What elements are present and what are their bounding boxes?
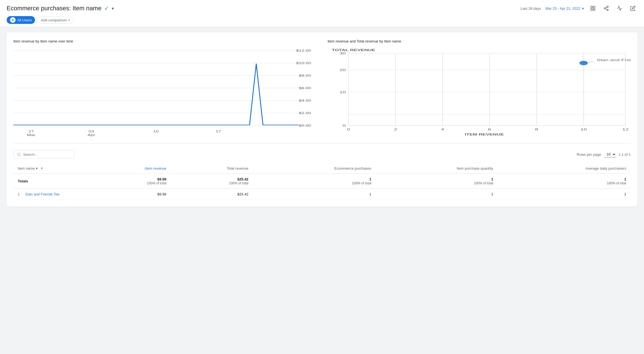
date-range-text: Mar 25 - Apr 21, 2022: [545, 6, 580, 11]
divider: [13, 143, 631, 144]
row-item-purchase-quantity: 1: [376, 189, 498, 200]
date-range-prefix: Last 28 days: [521, 6, 541, 11]
col-item-purchase-quantity[interactable]: Item purchase quantity: [376, 163, 498, 174]
header: Ecommerce purchases: Item name ✓ ▾ Last …: [0, 0, 644, 27]
row-ecommerce-purchases: 1: [253, 189, 376, 200]
search-icon: [17, 152, 21, 157]
scatter-chart: TOTAL REVENUE 30 20 10 0: [328, 48, 631, 137]
svg-text:03: 03: [89, 130, 94, 133]
svg-text:4: 4: [441, 128, 444, 131]
page-title: Ecommerce purchases: Item name ✓ ▾: [7, 5, 114, 12]
svg-text:20: 20: [340, 68, 346, 72]
col-item-revenue[interactable]: ↓Item revenue: [86, 163, 171, 174]
svg-text:30: 30: [340, 52, 346, 55]
totals-item-purchase-quantity: 1 100% of total: [376, 174, 498, 189]
table-controls: Rows per page: 10 25 50 1-1 of 1: [13, 150, 631, 159]
svg-rect-0: [591, 6, 593, 8]
svg-rect-3: [591, 9, 593, 11]
header-top: Ecommerce purchases: Item name ✓ ▾ Last …: [7, 4, 637, 13]
svg-text:$10.00: $10.00: [296, 61, 311, 65]
totals-ecommerce-purchases: 1 100% of total: [253, 174, 376, 189]
svg-text:$0.00: $0.00: [299, 124, 311, 127]
totals-avg-daily-purchasers: 1 100% of total: [498, 174, 631, 189]
svg-text:ITEM REVENUE: ITEM REVENUE: [465, 133, 504, 136]
svg-point-58: [18, 153, 20, 155]
line-chart: $12.00 $10.00 $8.00 $6.00 $4.00 $2.00 $0…: [13, 48, 316, 137]
title-text: Ecommerce purchases: Item name: [7, 5, 101, 12]
data-table: Item name ▾ + ↓Item revenue Total revenu…: [13, 163, 631, 200]
svg-text:0: 0: [343, 124, 346, 127]
segment-chip[interactable]: A All Users: [7, 16, 35, 24]
svg-text:Stan and Friends Tee: Stan and Friends Tee: [597, 58, 631, 62]
add-dimension-icon[interactable]: +: [41, 166, 43, 170]
svg-text:Apr: Apr: [88, 133, 95, 137]
pagination-text: 1-1 of 1: [618, 152, 631, 157]
svg-text:17: 17: [216, 130, 221, 133]
scatter-chart-title: Item revenue and Total revenue by Item n…: [328, 39, 631, 43]
totals-label: Totals: [13, 174, 86, 189]
svg-text:6: 6: [488, 128, 491, 131]
segment-label: All Users: [17, 18, 32, 22]
date-range-dropdown-icon: ▾: [582, 6, 584, 11]
svg-line-8: [605, 7, 607, 8]
header-filters: A All Users Add comparison +: [7, 16, 637, 27]
search-box[interactable]: [13, 150, 74, 159]
col-avg-daily-purchasers[interactable]: Average daily purchasers: [498, 163, 631, 174]
share-button[interactable]: [602, 4, 611, 13]
sort-icon: ▾: [36, 166, 38, 170]
main-content: Item revenue by Item name over time $12.…: [0, 27, 644, 212]
totals-row: Totals $9.99 100% of total $25.42 100% o…: [13, 174, 631, 189]
scatter-chart-panel: Item revenue and Total revenue by Item n…: [328, 39, 631, 137]
svg-point-6: [607, 9, 608, 11]
svg-line-59: [20, 155, 21, 156]
chart-type-button[interactable]: [588, 4, 597, 13]
col-item-name[interactable]: Item name ▾ +: [13, 163, 86, 174]
row-item-revenue: $9.99: [86, 189, 171, 200]
svg-text:2: 2: [394, 128, 397, 131]
svg-text:10: 10: [580, 128, 587, 131]
svg-rect-1: [593, 6, 595, 8]
totals-item-revenue: $9.99 100% of total: [86, 174, 171, 189]
svg-rect-2: [593, 9, 595, 11]
add-icon: +: [68, 18, 70, 22]
svg-text:0: 0: [347, 128, 350, 131]
svg-text:12: 12: [622, 128, 629, 131]
row-rank: 1: [18, 192, 20, 196]
svg-text:$4.00: $4.00: [299, 99, 311, 102]
rows-per-page-control: Rows per page: 10 25 50 1-1 of 1: [577, 151, 631, 157]
avatar: A: [10, 17, 16, 23]
svg-point-4: [607, 6, 608, 7]
item-name-link[interactable]: Stan and Friends Tee: [25, 192, 59, 196]
insights-button[interactable]: [615, 4, 624, 13]
svg-text:TOTAL REVENUE: TOTAL REVENUE: [332, 49, 375, 52]
date-range-picker[interactable]: Mar 25 - Apr 21, 2022 ▾: [545, 6, 584, 11]
row-total-revenue: $25.42: [171, 189, 253, 200]
svg-text:8: 8: [535, 128, 538, 131]
svg-point-5: [604, 8, 606, 9]
table-header-row: Item name ▾ + ↓Item revenue Total revenu…: [13, 163, 631, 174]
add-comparison-button[interactable]: Add comparison +: [37, 17, 74, 24]
svg-line-7: [605, 9, 607, 9]
edit-button[interactable]: [628, 4, 637, 13]
title-dropdown-icon[interactable]: ▾: [112, 6, 114, 11]
totals-total-revenue: $25.42 100% of total: [171, 174, 253, 189]
svg-text:27: 27: [28, 130, 34, 133]
search-input[interactable]: [23, 152, 71, 157]
status-check-icon: ✓: [104, 5, 109, 12]
svg-text:$8.00: $8.00: [299, 74, 311, 77]
svg-text:$6.00: $6.00: [299, 86, 311, 90]
svg-text:10: 10: [153, 130, 159, 133]
line-chart-title: Item revenue by Item name over time: [13, 39, 316, 43]
line-chart-panel: Item revenue by Item name over time $12.…: [13, 39, 316, 137]
main-card: Item revenue by Item name over time $12.…: [7, 32, 637, 207]
svg-text:$12.00: $12.00: [296, 49, 311, 52]
rows-per-page-select[interactable]: 10 25 50: [604, 151, 616, 157]
svg-text:$2.00: $2.00: [299, 111, 311, 115]
rows-per-page-label: Rows per page:: [577, 152, 602, 157]
row-item-name: 1 Stan and Friends Tee: [13, 189, 86, 200]
svg-text:Mar: Mar: [27, 133, 35, 137]
col-total-revenue[interactable]: Total revenue: [171, 163, 253, 174]
header-actions: Last 28 days Mar 25 - Apr 21, 2022 ▾: [521, 4, 637, 13]
col-ecommerce-purchases[interactable]: Ecommerce purchases: [253, 163, 376, 174]
charts-row: Item revenue by Item name over time $12.…: [13, 39, 631, 137]
